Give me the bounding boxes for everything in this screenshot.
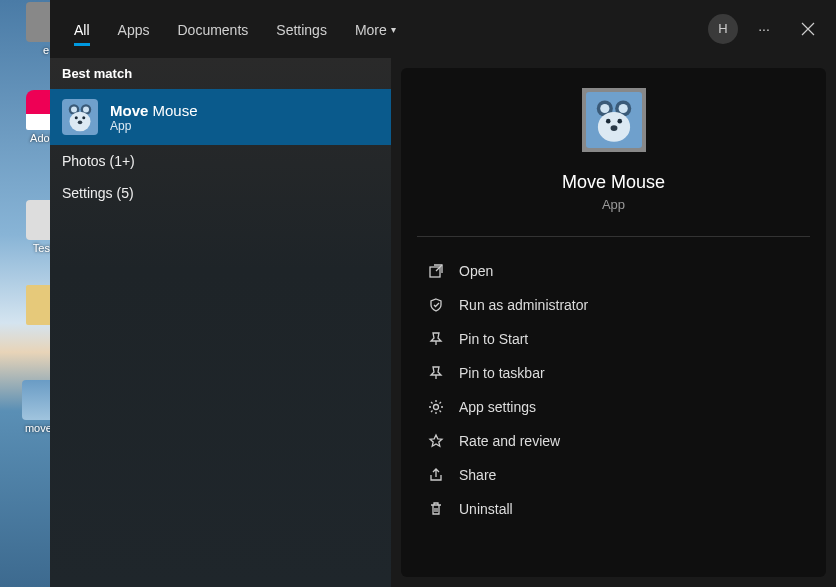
ellipsis-icon: ··· (758, 21, 770, 37)
detail-app-icon (582, 88, 646, 152)
tab-label: Documents (177, 22, 248, 38)
action-pin-start[interactable]: Pin to Start (417, 323, 810, 355)
action-share[interactable]: Share (417, 459, 810, 491)
action-label: Share (459, 467, 496, 483)
chevron-down-icon: ▾ (391, 24, 396, 35)
pin-taskbar-icon (427, 364, 445, 382)
close-icon (801, 22, 815, 36)
best-match-subtitle: App (110, 119, 198, 133)
result-group[interactable]: Settings (5) (50, 177, 391, 209)
action-open[interactable]: Open (417, 255, 810, 287)
tab-label: More (355, 22, 387, 38)
pin-start-icon (427, 330, 445, 348)
results-pane: Best match Move Mouse App (50, 58, 391, 587)
tab-label: Apps (118, 22, 150, 38)
tab-more[interactable]: More▾ (341, 6, 410, 52)
more-options-button[interactable]: ··· (746, 14, 782, 44)
svg-point-10 (600, 104, 609, 113)
close-button[interactable] (790, 14, 826, 44)
svg-point-15 (610, 125, 617, 131)
mouse-icon (65, 102, 95, 132)
action-admin[interactable]: Run as administrator (417, 289, 810, 321)
svg-point-17 (434, 405, 439, 410)
svg-point-6 (82, 116, 85, 119)
svg-point-3 (83, 107, 89, 113)
detail-pane: Move Mouse App OpenRun as administratorP… (391, 58, 836, 587)
filter-tabs: AllAppsDocumentsSettingsMore▾ (60, 6, 410, 52)
best-match-row[interactable]: Move Mouse App (50, 89, 391, 145)
app-icon (62, 99, 98, 135)
detail-title: Move Mouse (562, 172, 665, 193)
action-star[interactable]: Rate and review (417, 425, 810, 457)
svg-point-11 (618, 104, 627, 113)
action-uninstall[interactable]: Uninstall (417, 493, 810, 525)
tab-documents[interactable]: Documents (163, 6, 262, 52)
action-label: App settings (459, 399, 536, 415)
uninstall-icon (427, 500, 445, 518)
action-label: Rate and review (459, 433, 560, 449)
tab-apps[interactable]: Apps (104, 6, 164, 52)
svg-point-13 (605, 119, 610, 124)
mouse-icon (591, 97, 637, 143)
best-match-title: Move Mouse (110, 102, 198, 119)
action-label: Pin to Start (459, 331, 528, 347)
svg-point-7 (78, 120, 83, 124)
best-match-header: Best match (50, 58, 391, 89)
top-bar: AllAppsDocumentsSettingsMore▾ H ··· (50, 0, 836, 58)
action-settings[interactable]: App settings (417, 391, 810, 423)
svg-point-14 (617, 119, 622, 124)
result-group[interactable]: Photos (1+) (50, 145, 391, 177)
share-icon (427, 466, 445, 484)
settings-icon (427, 398, 445, 416)
svg-point-5 (75, 116, 78, 119)
action-label: Open (459, 263, 493, 279)
action-label: Run as administrator (459, 297, 588, 313)
detail-card: Move Mouse App OpenRun as administratorP… (401, 68, 826, 577)
tab-settings[interactable]: Settings (262, 6, 341, 52)
star-icon (427, 432, 445, 450)
tab-label: Settings (276, 22, 327, 38)
action-label: Uninstall (459, 501, 513, 517)
tab-label: All (74, 22, 90, 38)
svg-point-2 (71, 107, 77, 113)
user-avatar[interactable]: H (708, 14, 738, 44)
open-icon (427, 262, 445, 280)
detail-subtitle: App (602, 197, 625, 212)
action-pin-taskbar[interactable]: Pin to taskbar (417, 357, 810, 389)
start-search-panel: AllAppsDocumentsSettingsMore▾ H ··· Best… (50, 0, 836, 587)
admin-icon (427, 296, 445, 314)
action-label: Pin to taskbar (459, 365, 545, 381)
tab-all[interactable]: All (60, 6, 104, 52)
